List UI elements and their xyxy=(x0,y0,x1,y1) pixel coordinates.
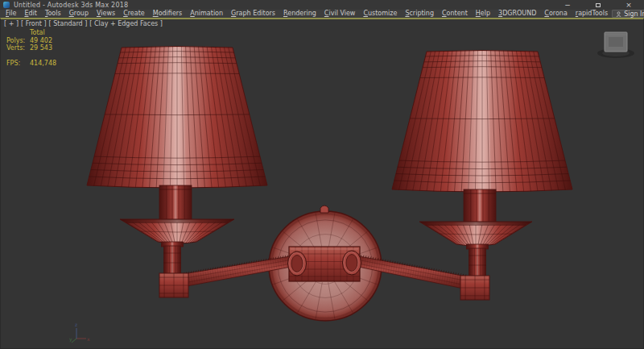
stats-spacer xyxy=(6,29,30,37)
viewport-label-segment[interactable]: [ Clay + Edged Faces ] xyxy=(89,20,163,27)
menu-item-create[interactable]: Create xyxy=(119,10,149,18)
viewport-label-segment[interactable]: [ Front ] xyxy=(21,20,47,27)
menu-item-modifiers[interactable]: Modifiers xyxy=(149,10,187,18)
viewport-label-segment[interactable]: [ + ] xyxy=(4,20,19,27)
3dsmax-window: Untitled - Autodesk 3ds Max 2018 − × Fil… xyxy=(0,0,644,349)
menu-item-content[interactable]: Content xyxy=(438,10,472,18)
menu-item-civil-view[interactable]: Civil View xyxy=(320,10,360,18)
menu-item-tools[interactable]: Tools xyxy=(41,10,65,18)
menu-item-edit[interactable]: Edit xyxy=(20,10,41,18)
menu-item-file[interactable]: File xyxy=(2,10,20,18)
menu-item-animation[interactable]: Animation xyxy=(186,10,227,18)
close-button[interactable]: × xyxy=(613,0,644,10)
window-title: Untitled - Autodesk 3ds Max 2018 xyxy=(14,2,128,9)
world-axis-icon: x z y xyxy=(68,321,93,345)
maximize-button[interactable] xyxy=(583,0,613,10)
viewport[interactable]: [ + ][ Front ][ Standard ][ Clay + Edged… xyxy=(0,18,644,349)
stats-polys-value: 49 402 xyxy=(30,37,52,45)
menu-item-3dground[interactable]: 3DGROUND xyxy=(494,10,540,18)
menu-item-rapidtools[interactable]: rapidTools xyxy=(572,10,612,18)
sconce-wireframe-model xyxy=(1,19,643,349)
menu-bar-right: Sign In ▾ Workspaces: Default ▾ xyxy=(612,10,644,18)
menu-bar: FileEditToolsGroupViewsCreateModifiersAn… xyxy=(0,10,644,18)
svg-text:y: y xyxy=(69,336,72,343)
stats-total-label: Total xyxy=(30,29,45,37)
sign-in-label: Sign In xyxy=(624,10,644,18)
menu-item-help[interactable]: Help xyxy=(472,10,494,18)
maximize-icon xyxy=(596,3,601,7)
viewport-label-segment[interactable]: [ Standard ] xyxy=(49,20,88,27)
view-cube[interactable] xyxy=(595,26,637,63)
stats-verts-value: 29 543 xyxy=(30,44,52,52)
svg-text:z: z xyxy=(75,322,77,327)
stats-fps-label: FPS: xyxy=(6,60,30,68)
menu-item-scripting[interactable]: Scripting xyxy=(401,10,438,18)
stats-fps-value: 414,748 xyxy=(30,60,56,68)
sign-in-button[interactable]: Sign In ▾ xyxy=(612,10,644,18)
menu-item-corona[interactable]: Corona xyxy=(540,10,571,18)
3dsmax-logo-icon xyxy=(3,2,10,8)
menu-item-customize[interactable]: Customize xyxy=(359,10,401,18)
viewport-label: [ + ][ Front ][ Standard ][ Clay + Edged… xyxy=(4,20,163,27)
menu-item-views[interactable]: Views xyxy=(93,10,119,18)
stats-verts-label: Verts: xyxy=(6,44,30,52)
stats-polys-label: Polys: xyxy=(6,37,30,45)
menu-item-graph-editors[interactable]: Graph Editors xyxy=(227,10,279,18)
viewport-statistics: Total Polys:49 402 Verts:29 543 FPS:414,… xyxy=(6,29,56,67)
menu-list: FileEditToolsGroupViewsCreateModifiersAn… xyxy=(2,10,612,18)
svg-text:x: x xyxy=(87,336,90,342)
menu-item-rendering[interactable]: Rendering xyxy=(279,10,320,18)
window-controls: − × xyxy=(552,0,644,10)
user-icon xyxy=(616,11,621,17)
title-bar: Untitled - Autodesk 3ds Max 2018 − × xyxy=(0,0,644,10)
menu-item-group[interactable]: Group xyxy=(65,10,93,18)
minimize-button[interactable]: − xyxy=(552,0,583,10)
